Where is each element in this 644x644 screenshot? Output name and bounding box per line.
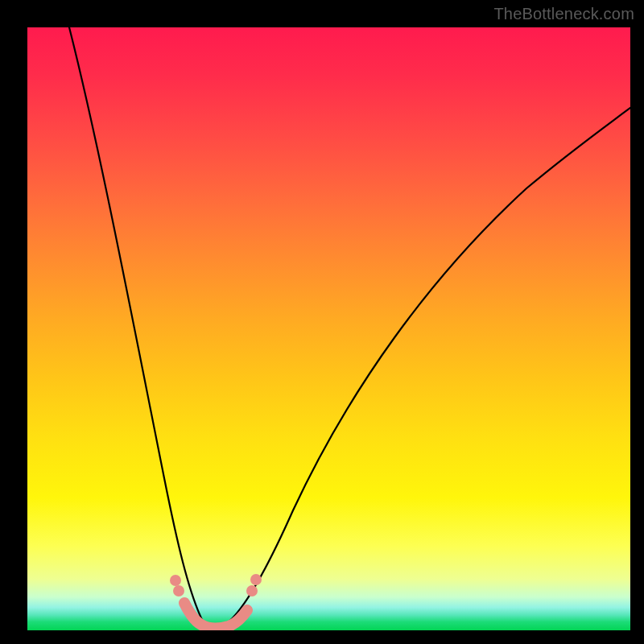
watermark-text: TheBottleneck.com [493,5,634,23]
svg-point-3 [250,574,262,585]
svg-point-2 [246,585,258,597]
valley-markers [170,574,262,628]
curve-overlay [27,27,630,630]
svg-point-0 [170,575,181,586]
chart-frame: TheBottleneck.com [0,0,644,644]
svg-point-1 [173,585,184,597]
plot-area [27,27,630,630]
bottleneck-curve [69,27,630,628]
